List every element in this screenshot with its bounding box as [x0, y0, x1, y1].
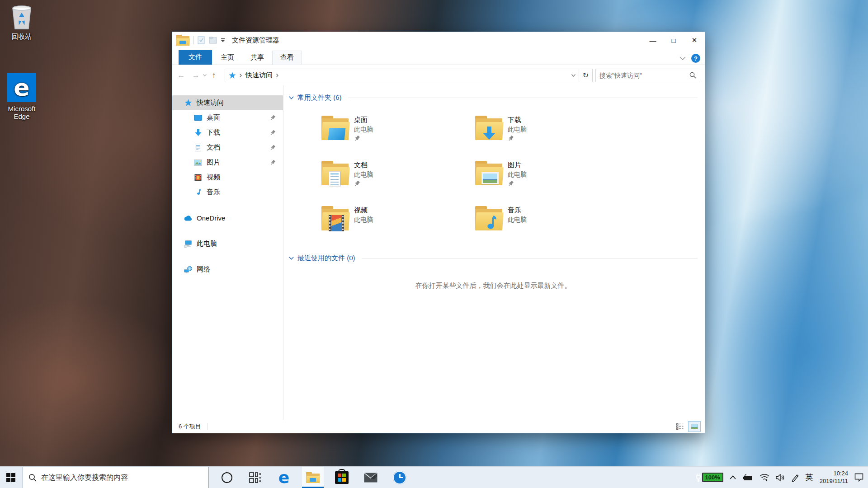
this-pc-icon: [183, 240, 193, 248]
sidebar-item-label: 音乐: [207, 188, 220, 197]
taskbar-search-input[interactable]: [41, 474, 203, 482]
divider: [348, 98, 698, 98]
microsoft-store-icon: [335, 471, 349, 484]
folder-tile-downloads[interactable]: 下载 此电脑: [475, 115, 629, 152]
ime-language-indicator[interactable]: 英: [806, 472, 813, 483]
pin-icon: [508, 180, 527, 187]
taskbar-mail-button[interactable]: [360, 467, 382, 488]
sidebar-item-documents[interactable]: 文档: [172, 140, 283, 155]
explorer-search-box[interactable]: [595, 69, 700, 82]
divider: [208, 423, 208, 430]
details-view-button[interactable]: [674, 422, 686, 432]
expand-ribbon-icon[interactable]: [679, 56, 686, 60]
search-icon[interactable]: [689, 72, 696, 79]
forward-button[interactable]: →: [189, 71, 202, 80]
alarms-clock-icon: [393, 471, 406, 484]
frequent-folders-grid: 桌面 此电脑 下载 此电脑: [289, 104, 698, 247]
pin-icon: [354, 180, 373, 187]
sidebar-item-label: OneDrive: [197, 214, 225, 222]
folder-icon-pictures: [475, 160, 502, 185]
recent-locations-icon[interactable]: [203, 74, 207, 76]
sidebar-item-quick-access[interactable]: 快速访问: [172, 95, 283, 110]
start-button[interactable]: [0, 467, 22, 488]
minimize-button[interactable]: —: [642, 32, 663, 48]
folder-name: 音乐: [508, 206, 527, 215]
folder-tile-music[interactable]: 音乐 此电脑: [475, 205, 629, 242]
taskbar-alarms-clock-button[interactable]: [389, 467, 410, 488]
download-arrow-icon: [193, 129, 203, 136]
taskbar-edge-button[interactable]: e: [273, 467, 295, 488]
tray-battery-button[interactable]: [742, 474, 753, 481]
document-icon: [193, 144, 203, 151]
breadcrumb-quick-access[interactable]: 快速访问: [243, 71, 275, 80]
sidebar-item-label: 图片: [207, 158, 220, 167]
up-button[interactable]: ↑: [208, 71, 220, 80]
maximize-button[interactable]: □: [663, 32, 684, 48]
tab-share[interactable]: 共享: [243, 51, 272, 65]
group-header-frequent[interactable]: 常用文件夹 (6): [289, 94, 698, 102]
pin-icon: [270, 130, 276, 136]
cortana-button[interactable]: [216, 467, 238, 488]
folder-tile-desktop[interactable]: 桌面 此电脑: [321, 115, 475, 152]
tab-view[interactable]: 查看: [273, 51, 302, 65]
sidebar-item-desktop[interactable]: 桌面: [172, 110, 283, 125]
tab-home[interactable]: 主页: [213, 51, 242, 65]
folder-name: 下载: [508, 116, 527, 124]
close-button[interactable]: ✕: [684, 32, 705, 48]
back-button[interactable]: ←: [175, 71, 188, 80]
desktop-icon: [193, 115, 203, 121]
battery-icon: [742, 474, 753, 481]
address-bar[interactable]: 快速访问 ↻: [225, 69, 593, 82]
file-explorer-window: 文件资源管理器 — □ ✕ 文件 主页 共享 查看 ? ← → ↑: [172, 32, 705, 433]
sidebar-item-downloads[interactable]: 下载: [172, 125, 283, 140]
breadcrumb-chevron-icon[interactable]: [275, 74, 279, 77]
sidebar-item-videos[interactable]: 视频: [172, 170, 283, 185]
items-count: 6 个项目: [179, 422, 201, 431]
taskbar-file-explorer-button[interactable]: [302, 467, 324, 488]
group-header-recent[interactable]: 最近使用的文件 (0): [289, 254, 698, 263]
items-view: 常用文件夹 (6) 桌面 此电脑: [283, 85, 705, 420]
action-center-button[interactable]: [854, 473, 863, 482]
breadcrumb-chevron-icon[interactable]: [239, 74, 243, 77]
pen-icon: [791, 474, 799, 482]
folder-tile-documents[interactable]: 文档 此电脑: [321, 160, 475, 197]
desktop-icon-microsoft-edge[interactable]: e Microsoft Edge: [0, 76, 43, 120]
taskbar-store-button[interactable]: [331, 467, 353, 488]
folder-tile-pictures[interactable]: 图片 此电脑: [475, 160, 629, 197]
sidebar-item-network[interactable]: 网络: [172, 262, 283, 277]
tab-file[interactable]: 文件: [179, 50, 212, 65]
qat-new-folder-icon[interactable]: [209, 37, 217, 44]
refresh-button[interactable]: ↻: [579, 69, 592, 82]
pin-icon: [508, 135, 527, 141]
sidebar-item-onedrive[interactable]: OneDrive: [172, 211, 283, 225]
sidebar-item-this-pc[interactable]: 此电脑: [172, 236, 283, 251]
tray-pen-button[interactable]: [791, 474, 799, 482]
folder-name: 图片: [508, 161, 527, 169]
sidebar-item-pictures[interactable]: 图片: [172, 155, 283, 170]
folder-icon-desktop: [321, 115, 349, 140]
folder-tile-videos[interactable]: 视频 此电脑: [321, 205, 475, 242]
explorer-search-input[interactable]: [599, 72, 689, 79]
tray-clock[interactable]: 10:24 2019/11/11: [820, 470, 848, 485]
tray-volume-button[interactable]: [776, 474, 785, 481]
video-icon: [193, 174, 203, 181]
battery-status-flyout[interactable]: 100%: [696, 473, 723, 482]
edge-icon: e: [278, 469, 289, 486]
sidebar-item-music[interactable]: 音乐: [172, 185, 283, 200]
show-hidden-icons-button[interactable]: [730, 475, 736, 479]
folder-location: 此电脑: [508, 171, 527, 179]
picture-icon: [193, 160, 203, 166]
pin-icon: [270, 160, 276, 165]
qat-customize-dropdown-icon[interactable]: [221, 38, 225, 42]
help-icon[interactable]: ?: [691, 54, 700, 63]
ribbon-tabs: 文件 主页 共享 查看 ?: [172, 48, 705, 65]
thumbnail-view-icon: [691, 424, 698, 429]
qat-properties-icon[interactable]: [197, 36, 205, 44]
address-dropdown-icon[interactable]: [568, 73, 579, 78]
task-view-button[interactable]: [244, 467, 266, 488]
desktop-icon-recycle-bin[interactable]: 回收站: [0, 4, 43, 41]
tray-network-button[interactable]: [760, 474, 769, 481]
sidebar-item-label: 视频: [207, 173, 220, 182]
taskbar-search-box[interactable]: [23, 467, 209, 488]
thumbnail-view-button[interactable]: [689, 422, 700, 432]
